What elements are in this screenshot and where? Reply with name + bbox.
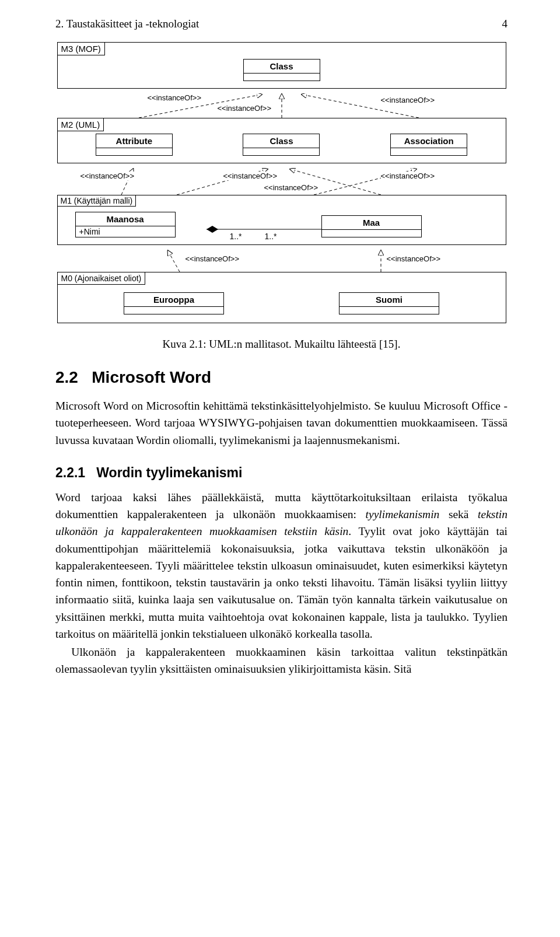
arrows-m1-m2: <<instanceOf>> <<instanceOf>> <<instance… [57, 168, 506, 195]
m0-suomi: Suomi [339, 292, 439, 314]
paragraph-manual-edit: Ulkonäön ja kappalerakenteen muokkaamine… [55, 644, 508, 678]
m2-class: Class [243, 134, 320, 156]
instanceof-label: <<instanceOf>> [264, 183, 318, 192]
arrows-m0-m1: <<instanceOf>> <<instanceOf>> [57, 250, 506, 272]
subsection-heading: 2.2.1 Wordin tyylimekanismi [55, 465, 508, 481]
m0-eurooppa: Eurooppa [124, 292, 224, 314]
svg-marker-8 [206, 226, 218, 233]
figure-caption: Kuva 2.1: UML:n mallitasot. Mukailtu läh… [55, 338, 508, 351]
multiplicity: 1..* [230, 232, 242, 241]
m3-class: Class [243, 59, 320, 81]
instanceof-label: <<instanceOf>> [223, 172, 278, 180]
multiplicity: 1..* [265, 232, 277, 241]
instanceof-label: <<instanceOf>> [148, 93, 202, 102]
header-title: 2. Taustakäsitteet ja -teknologiat [55, 18, 199, 30]
subsection-number: 2.2.1 [55, 465, 85, 480]
m3-layer: M3 (MOF) Class [57, 42, 506, 89]
m0-layer: M0 (Ajonaikaiset oliot) Eurooppa Suomi [57, 272, 506, 323]
paragraph-intro: Microsoft Word on Microsoftin kehittämä … [55, 397, 508, 449]
subsection-title: Wordin tyylimekanismi [96, 465, 242, 480]
paragraph-style-mechanism: Word tarjoaa kaksi lähes päällekkäistä, … [55, 489, 508, 642]
m1-maa: Maa [321, 215, 422, 237]
section-title: Microsoft Word [92, 368, 211, 386]
svg-line-9 [168, 251, 180, 272]
arrows-m2-m3: <<instanceOf>> <<instanceOf>> <<instance… [57, 93, 506, 118]
instanceof-label: <<instanceOf>> [381, 96, 435, 104]
m2-layer: M2 (UML) Attribute Class Association [57, 118, 506, 163]
instanceof-label: <<instanceOf>> [80, 172, 135, 180]
m2-association: Association [390, 134, 467, 156]
m2-label: M2 (UML) [57, 118, 104, 131]
instanceof-label: <<instanceOf>> [218, 104, 272, 113]
section-heading: 2.2 Microsoft Word [55, 368, 508, 387]
instanceof-label: <<instanceOf>> [381, 172, 435, 180]
running-header: 2. Taustakäsitteet ja -teknologiat 4 [55, 18, 508, 30]
instanceof-label: <<instanceOf>> [186, 254, 240, 263]
m1-maanosa: Maanosa +Nimi [75, 212, 176, 237]
m3-label: M3 (MOF) [57, 42, 105, 55]
page-number: 4 [502, 18, 508, 30]
instanceof-label: <<instanceOf>> [387, 254, 441, 263]
m2-attribute: Attribute [96, 134, 173, 156]
m0-label: M0 (Ajonaikaiset oliot) [57, 272, 146, 285]
uml-metalevel-diagram: M3 (MOF) Class <<instanceOf>> <<instance… [57, 42, 506, 323]
m1-layer: M1 (Käyttäjän malli) Maanosa +Nimi 1..* … [57, 195, 506, 245]
section-number: 2.2 [55, 368, 78, 386]
